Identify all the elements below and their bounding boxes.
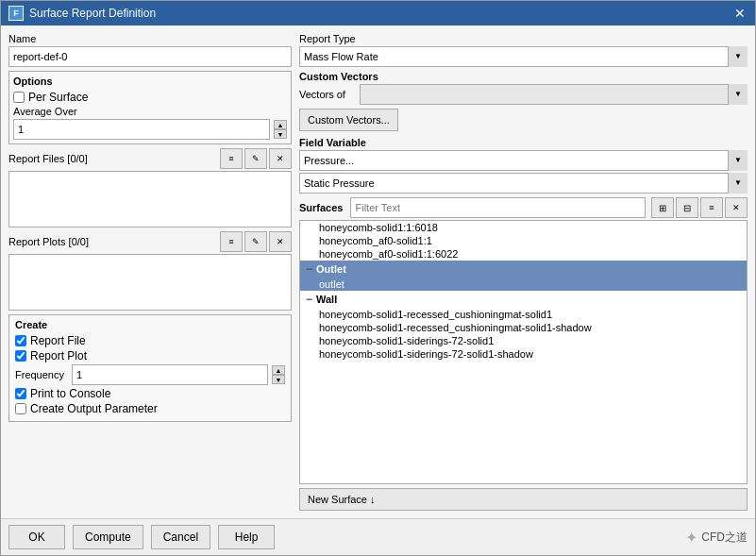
- average-over-row: Average Over ▲ ▼: [13, 106, 287, 140]
- brand: ✦ CFD之道: [685, 529, 748, 547]
- field-variable-select1[interactable]: Pressure...: [299, 150, 748, 171]
- surface-icon2-btn[interactable]: ⊟: [676, 197, 698, 218]
- average-over-label: Average Over: [13, 106, 287, 117]
- left-panel: Name Options Per Surface Average Over ▲: [8, 33, 292, 511]
- average-over-spinner: ▲ ▼: [13, 119, 287, 140]
- field-variable-select2[interactable]: Static Pressure: [299, 173, 748, 194]
- print-to-console-label: Print to Console: [30, 387, 110, 400]
- report-files-edit-btn[interactable]: ✎: [244, 148, 267, 169]
- surface-item[interactable]: honeycomb_af0-solid1:1:6022: [300, 247, 747, 261]
- report-plots-list[interactable]: [8, 254, 292, 311]
- report-type-label: Report Type: [299, 33, 748, 44]
- report-plot-checkbox[interactable]: [15, 350, 26, 362]
- per-surface-checkbox[interactable]: [13, 92, 25, 103]
- print-to-console-checkbox[interactable]: [15, 388, 26, 399]
- per-surface-row: Per Surface: [13, 91, 287, 104]
- surfaces-buttons: ⊞ ⊟ ≡ ✕: [651, 197, 748, 218]
- frequency-row: Frequency ▲ ▼: [15, 364, 285, 385]
- report-plot-row: Report Plot: [15, 349, 285, 362]
- report-plots-edit-btn[interactable]: ✎: [244, 231, 267, 252]
- report-type-select[interactable]: Mass Flow Rate: [299, 46, 748, 67]
- report-files-label: Report Files [0/0]: [8, 153, 88, 164]
- report-files-list-btn[interactable]: ≡: [220, 148, 243, 169]
- report-plots-header: Report Plots [0/0] ≡ ✎ ✕: [8, 231, 292, 252]
- surface-group[interactable]: −Wall: [300, 291, 747, 308]
- close-button[interactable]: ✕: [732, 6, 748, 21]
- report-plots-buttons: ≡ ✎ ✕: [220, 231, 292, 252]
- per-surface-label: Per Surface: [28, 91, 88, 104]
- surfaces-filter[interactable]: [350, 197, 646, 218]
- name-label: Name: [8, 33, 292, 44]
- options-section: Options Per Surface Average Over ▲ ▼: [8, 71, 292, 144]
- report-type-section: Report Type Mass Flow Rate: [299, 33, 748, 67]
- spinner-up-btn[interactable]: ▲: [274, 120, 287, 129]
- report-plots-label: Report Plots [0/0]: [8, 236, 89, 247]
- help-button[interactable]: Help: [218, 525, 275, 549]
- average-over-input[interactable]: [13, 119, 270, 140]
- surface-item[interactable]: honeycomb-solid1-siderings-72-solid1: [300, 334, 747, 347]
- report-type-container: Mass Flow Rate: [299, 46, 748, 67]
- right-panel: Report Type Mass Flow Rate Custom Vector…: [299, 33, 748, 511]
- custom-vectors-section: Custom Vectors Vectors of Custom Vectors…: [299, 71, 748, 131]
- frequency-label: Frequency: [15, 369, 64, 380]
- dialog-title: Surface Report Definition: [29, 7, 156, 20]
- vectors-of-container: [360, 84, 748, 105]
- field-variable-label: Field Variable: [299, 137, 748, 148]
- custom-vectors-title: Custom Vectors: [299, 71, 748, 82]
- report-file-checkbox[interactable]: [15, 335, 26, 346]
- report-plot-label: Report Plot: [30, 349, 87, 362]
- name-input[interactable]: [8, 46, 292, 67]
- report-plots-section: Report Plots [0/0] ≡ ✎ ✕: [8, 231, 292, 311]
- custom-vectors-button[interactable]: Custom Vectors...: [299, 109, 398, 131]
- field-variable-container1: Pressure...: [299, 150, 748, 171]
- surface-icon3-btn[interactable]: ≡: [700, 197, 723, 218]
- report-files-delete-btn[interactable]: ✕: [269, 148, 292, 169]
- surface-group[interactable]: −Outlet: [300, 261, 747, 278]
- brand-text: CFD之道: [701, 530, 748, 546]
- cancel-button[interactable]: Cancel: [151, 525, 210, 549]
- report-files-list[interactable]: [8, 171, 292, 227]
- report-files-buttons: ≡ ✎ ✕: [220, 148, 292, 169]
- surface-item[interactable]: outlet: [300, 278, 747, 291]
- surface-item[interactable]: honeycomb-solid1-recessed_cushioningmat-…: [300, 308, 747, 321]
- spinner-down-btn[interactable]: ▼: [274, 129, 287, 139]
- create-section: Create Report File Report Plot Frequency…: [8, 314, 292, 422]
- frequency-input[interactable]: [72, 364, 268, 385]
- brand-logo: ✦: [685, 529, 697, 547]
- field-variable-container2: Static Pressure: [299, 173, 748, 194]
- new-surface-button[interactable]: New Surface ↓: [299, 488, 748, 511]
- report-files-section: Report Files [0/0] ≡ ✎ ✕: [8, 148, 292, 227]
- vectors-of-row: Vectors of: [299, 84, 748, 105]
- surface-item[interactable]: honeycomb_af0-solid1:1: [300, 234, 747, 247]
- create-output-checkbox[interactable]: [15, 403, 26, 414]
- surface-report-dialog: F Surface Report Definition ✕ Name Optio…: [0, 0, 756, 556]
- report-file-label: Report File: [30, 334, 86, 347]
- create-output-label: Create Output Parameter: [30, 402, 158, 415]
- create-output-row: Create Output Parameter: [15, 402, 285, 415]
- surfaces-label: Surfaces: [299, 202, 343, 213]
- options-title: Options: [13, 76, 287, 87]
- report-plots-list-btn[interactable]: ≡: [220, 231, 243, 252]
- frequency-down-btn[interactable]: ▼: [272, 375, 285, 384]
- print-to-console-row: Print to Console: [15, 387, 285, 400]
- surfaces-header: Surfaces ⊞ ⊟ ≡ ✕: [299, 197, 748, 218]
- vectors-of-label: Vectors of: [299, 89, 356, 100]
- report-plots-delete-btn[interactable]: ✕: [269, 231, 292, 252]
- ok-button[interactable]: OK: [8, 525, 65, 549]
- compute-button[interactable]: Compute: [73, 525, 143, 549]
- report-file-row: Report File: [15, 334, 285, 347]
- surface-item[interactable]: honeycomb-solid1-recessed_cushioningmat-…: [300, 321, 747, 334]
- title-bar: F Surface Report Definition ✕: [1, 1, 755, 25]
- frequency-spinner-buttons: ▲ ▼: [272, 365, 285, 384]
- surfaces-list[interactable]: honeycomb-solid1:1:6018honeycomb_af0-sol…: [299, 220, 748, 484]
- create-title: Create: [15, 319, 285, 330]
- surface-item[interactable]: honeycomb-solid1:1:6018: [300, 221, 747, 234]
- surface-item[interactable]: honeycomb-solid1-siderings-72-solid1-sha…: [300, 347, 747, 361]
- dialog-icon: F: [8, 6, 24, 21]
- frequency-up-btn[interactable]: ▲: [272, 365, 285, 375]
- surface-icon1-btn[interactable]: ⊞: [651, 197, 674, 218]
- spinner-buttons: ▲ ▼: [274, 120, 287, 139]
- vectors-of-select[interactable]: [360, 84, 748, 105]
- surface-icon4-btn[interactable]: ✕: [725, 197, 748, 218]
- title-bar-left: F Surface Report Definition: [8, 6, 156, 21]
